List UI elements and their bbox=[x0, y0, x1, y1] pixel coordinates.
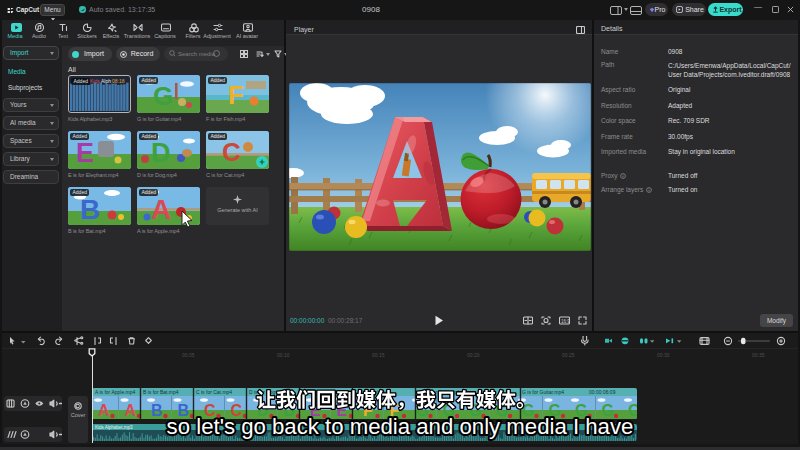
svg-text:16:9: 16:9 bbox=[561, 319, 570, 324]
svg-text:F: F bbox=[228, 80, 244, 110]
svg-text:A: A bbox=[151, 194, 171, 225]
svg-text:D: D bbox=[151, 138, 171, 168]
svg-text:Kids: Kids bbox=[90, 78, 100, 84]
svg-text:08:18: 08:18 bbox=[112, 78, 125, 84]
svg-text:E: E bbox=[76, 138, 94, 168]
svg-text:C: C bbox=[222, 137, 241, 167]
svg-text:Alph: Alph bbox=[101, 78, 111, 84]
svg-text:B: B bbox=[80, 194, 100, 225]
svg-text:G: G bbox=[153, 81, 173, 111]
